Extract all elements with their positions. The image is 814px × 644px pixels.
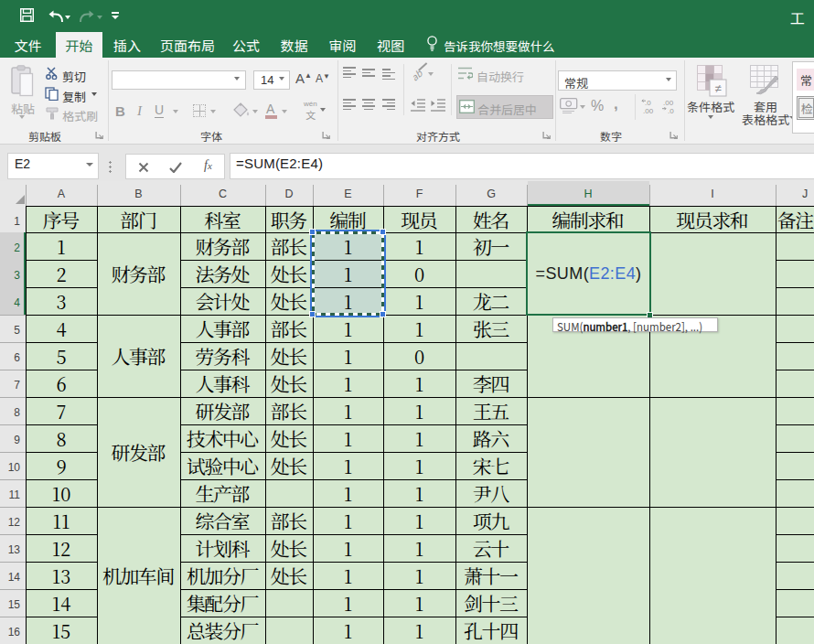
svg-text:.0: .0 bbox=[668, 107, 674, 114]
svg-text:≠: ≠ bbox=[714, 81, 721, 95]
svg-text:.00: .00 bbox=[643, 107, 654, 114]
